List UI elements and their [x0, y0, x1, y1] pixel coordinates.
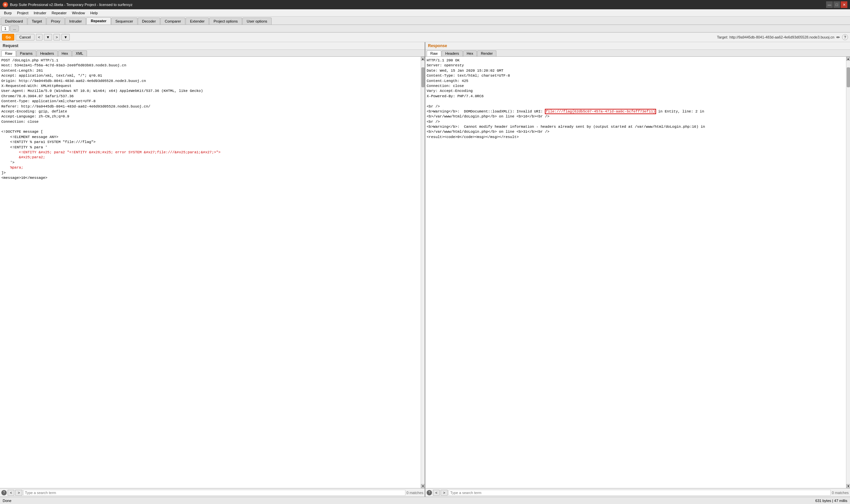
- titlebar-left: B Burp Suite Professional v2.0beta - Tem…: [3, 2, 133, 7]
- request-line-8: Chrome/78.0.3904.87 Safari/537.36: [1, 94, 419, 99]
- nav-next-button[interactable]: >: [53, 34, 60, 40]
- close-button[interactable]: ✕: [841, 1, 847, 8]
- repeater-tab-1[interactable]: 1: [1, 25, 9, 32]
- tab-user-options[interactable]: User options: [242, 18, 272, 24]
- response-tab-render[interactable]: Render: [477, 50, 497, 56]
- tab-project-options[interactable]: Project options: [209, 18, 242, 24]
- request-line-7: User-Agent: Mozilla/5.0 (Windows NT 10.0…: [1, 89, 419, 94]
- toolbar-left: Go Cancel < ▼ > ▼: [2, 34, 70, 40]
- tab-extender[interactable]: Extender: [186, 18, 209, 24]
- resp-line-15: <b>/var/www/html/doLogin.php</b> on line…: [427, 129, 845, 134]
- request-line-2: Host: 534e2a41-f56a-4c7d-93a3-2ee0f6d03b…: [1, 63, 419, 68]
- menu-burp[interactable]: Burp: [1, 10, 14, 16]
- tab-comparer[interactable]: Comparer: [160, 18, 185, 24]
- nav-next-dropdown[interactable]: ▼: [62, 34, 70, 40]
- request-line-5: Origin: http://9a9445db-8041-483d-aa62-4…: [1, 79, 419, 84]
- repeater-tab-bar: 1 ...: [0, 25, 850, 33]
- resp-scroll-track: [846, 61, 850, 488]
- resp-line-14: <b>Warning</b>: Cannot modify header inf…: [427, 124, 845, 129]
- request-panel: Request Raw Params Headers Hex XML POST …: [0, 42, 425, 497]
- request-tab-raw[interactable]: Raw: [1, 50, 16, 56]
- response-search-next[interactable]: >: [440, 490, 447, 496]
- go-button[interactable]: Go: [2, 34, 14, 40]
- resp-line-13: <br />: [427, 120, 845, 124]
- request-tab-hex[interactable]: Hex: [58, 50, 72, 56]
- request-tab-xml[interactable]: XML: [72, 50, 87, 56]
- response-search-input[interactable]: [449, 490, 831, 496]
- tab-repeater[interactable]: Repeater: [86, 17, 110, 24]
- request-search-next[interactable]: >: [15, 490, 22, 496]
- resp-scroll-thumb[interactable]: [847, 67, 850, 87]
- titlebar: B Burp Suite Professional v2.0beta - Tem…: [0, 0, 850, 9]
- minimize-button[interactable]: —: [826, 1, 833, 8]
- resp-line-1: HTTP/1.1 200 OK: [427, 58, 845, 63]
- window-controls[interactable]: — □ ✕: [826, 1, 847, 8]
- request-search-help-icon[interactable]: ?: [1, 490, 7, 496]
- request-line-13: Connection: close: [1, 120, 419, 124]
- request-tabs: Raw Params Headers Hex XML: [0, 50, 425, 57]
- cancel-button[interactable]: Cancel: [16, 34, 34, 40]
- response-search-help-icon[interactable]: ?: [427, 490, 432, 496]
- request-line-23: ]>: [1, 170, 419, 176]
- request-line-3: Content-Length: 261: [1, 68, 419, 73]
- target-label: Target:: [717, 35, 728, 39]
- tab-intruder[interactable]: Intruder: [65, 18, 86, 24]
- nav-prev-button[interactable]: <: [36, 34, 42, 40]
- resp-line-16: <result><code>0</code><msg></msg></resul…: [427, 135, 845, 140]
- response-content-area: HTTP/1.1 200 OK Server: openresty Date: …: [425, 57, 850, 488]
- request-line-4: Accept: application/xml, text/xml, */*; …: [1, 73, 419, 78]
- menu-window[interactable]: Window: [69, 10, 88, 16]
- resp-scroll-down[interactable]: ▼: [846, 484, 850, 488]
- request-scrollbar[interactable]: ▲ ▼: [421, 57, 425, 488]
- burp-logo: B: [3, 2, 8, 7]
- resp-line-11: <b>Warning</b>: DOMDocument::loadXML(): …: [427, 109, 845, 114]
- request-line-21: '>: [1, 160, 419, 165]
- response-search-prev[interactable]: <: [433, 490, 439, 496]
- resp-scroll-up[interactable]: ▲: [846, 57, 850, 61]
- scroll-thumb[interactable]: [421, 67, 425, 87]
- maximize-button[interactable]: □: [833, 1, 840, 8]
- resp-line-10: <br />: [427, 104, 845, 109]
- response-search-bar: ? < > 0 matches: [425, 488, 850, 497]
- request-search-input[interactable]: [23, 490, 405, 496]
- request-line-20: &#x25;para2;: [1, 155, 419, 160]
- flag-value: file:///flag{62db5c07-457a-471d-aa0c-bcf…: [545, 109, 656, 114]
- statusbar: Done 631 bytes | 47 millis: [0, 497, 850, 504]
- response-tab-headers[interactable]: Headers: [441, 50, 463, 56]
- request-line-17: <!ENTITY % para1 SYSTEM "file:///flag">: [1, 140, 419, 145]
- tab-proxy[interactable]: Proxy: [47, 18, 65, 24]
- response-tab-raw[interactable]: Raw: [427, 50, 441, 56]
- scroll-down-arrow[interactable]: ▼: [421, 484, 425, 488]
- repeater-tab-new[interactable]: ...: [10, 25, 19, 32]
- response-tab-hex[interactable]: Hex: [463, 50, 477, 56]
- resp-line-6: Connection: close: [427, 84, 845, 89]
- response-matches-label: 0 matches: [832, 491, 849, 495]
- resp-line-12: <b>/var/www/html/doLogin.php</b> on line…: [427, 114, 845, 119]
- tab-sequencer[interactable]: Sequencer: [111, 18, 137, 24]
- request-search-bar: ? < > 0 matches: [0, 488, 425, 497]
- tab-target[interactable]: Target: [28, 18, 47, 24]
- menu-intruder[interactable]: Intruder: [31, 10, 49, 16]
- response-content[interactable]: HTTP/1.1 200 OK Server: openresty Date: …: [425, 57, 846, 488]
- tab-decoder[interactable]: Decoder: [138, 18, 160, 24]
- request-content[interactable]: POST /doLogin.php HTTP/1.1 Host: 534e2a4…: [0, 57, 421, 488]
- request-panel-header: Request: [0, 42, 425, 50]
- nav-prev-dropdown[interactable]: ▼: [44, 34, 52, 40]
- request-line-16: <!ELEMENT message ANY>: [1, 135, 419, 140]
- menubar: Burp Project Intruder Repeater Window He…: [0, 9, 850, 17]
- response-scrollbar[interactable]: ▲ ▼: [846, 57, 850, 488]
- edit-target-button[interactable]: ✏: [836, 34, 841, 40]
- menu-help[interactable]: Help: [88, 10, 101, 16]
- request-line-22: %para;: [1, 165, 419, 170]
- scroll-up-arrow[interactable]: ▲: [421, 57, 425, 61]
- menu-project[interactable]: Project: [14, 10, 31, 16]
- request-line-11: Accept-Encoding: gzip, deflate: [1, 109, 419, 114]
- menu-repeater[interactable]: Repeater: [49, 10, 69, 16]
- response-tabs: Raw Headers Hex Render: [425, 50, 850, 57]
- request-search-prev[interactable]: <: [7, 490, 14, 496]
- request-line-19: <!ENTITY &#x25; para2 "<!ENTITY &#x26;#x…: [1, 150, 419, 155]
- request-tab-headers[interactable]: Headers: [36, 50, 58, 56]
- tab-dashboard[interactable]: Dashboard: [1, 18, 27, 24]
- help-button[interactable]: ?: [842, 34, 848, 40]
- request-tab-params[interactable]: Params: [16, 50, 36, 56]
